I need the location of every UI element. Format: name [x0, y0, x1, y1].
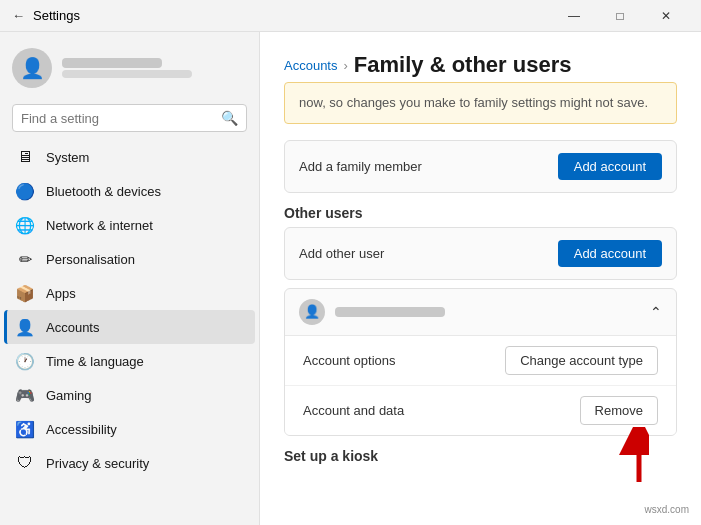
profile-name-blur: [62, 58, 162, 68]
breadcrumb-current: Family & other users: [354, 52, 572, 78]
sidebar-label-privacy: Privacy & security: [46, 456, 149, 471]
remove-button[interactable]: Remove: [580, 396, 658, 425]
add-family-account-button[interactable]: Add account: [558, 153, 662, 180]
sidebar-profile: 👤: [0, 32, 259, 100]
apps-icon: 📦: [16, 284, 34, 302]
sidebar-item-network[interactable]: 🌐 Network & internet: [4, 208, 255, 242]
warning-banner: now, so changes you make to family setti…: [284, 82, 677, 124]
gaming-icon: 🎮: [16, 386, 34, 404]
sidebar-label-bluetooth: Bluetooth & devices: [46, 184, 161, 199]
user-options: Account options Change account type Acco…: [285, 335, 676, 435]
bluetooth-icon: 🔵: [16, 182, 34, 200]
maximize-button[interactable]: □: [597, 0, 643, 32]
title-bar: ← Settings — □ ✕: [0, 0, 701, 32]
time-icon: 🕐: [16, 352, 34, 370]
network-icon: 🌐: [16, 216, 34, 234]
user-name-blur: [335, 307, 445, 317]
title-bar-buttons: — □ ✕: [551, 0, 689, 32]
account-data-label: Account and data: [303, 403, 404, 418]
title-bar-title: Settings: [33, 8, 80, 23]
kiosk-heading: Set up a kiosk: [284, 448, 677, 464]
add-other-user-row: Add other user Add account: [284, 227, 677, 280]
personalisation-icon: ✏: [16, 250, 34, 268]
sidebar-item-apps[interactable]: 📦 Apps: [4, 276, 255, 310]
back-icon[interactable]: ←: [12, 8, 25, 23]
sidebar-item-bluetooth[interactable]: 🔵 Bluetooth & devices: [4, 174, 255, 208]
family-member-row: Add a family member Add account: [284, 140, 677, 193]
sidebar-item-system[interactable]: 🖥 System: [4, 140, 255, 174]
sidebar-label-time: Time & language: [46, 354, 144, 369]
account-data-row: Account and data Remove: [285, 386, 676, 435]
user-account-row: 👤 ⌃ Account options Change account type …: [284, 288, 677, 436]
sidebar-label-apps: Apps: [46, 286, 76, 301]
add-other-user-label: Add other user: [299, 246, 384, 261]
family-member-label: Add a family member: [299, 159, 422, 174]
profile-info: [62, 58, 192, 78]
other-users-heading: Other users: [284, 205, 677, 221]
accessibility-icon: ♿: [16, 420, 34, 438]
sidebar-label-accounts: Accounts: [46, 320, 99, 335]
breadcrumb-arrow: ›: [343, 58, 347, 73]
sidebar-item-accounts[interactable]: 👤 Accounts: [4, 310, 255, 344]
sidebar-item-time[interactable]: 🕐 Time & language: [4, 344, 255, 378]
user-small-icon: 👤: [304, 304, 320, 319]
search-input[interactable]: [21, 111, 213, 126]
add-other-account-button[interactable]: Add account: [558, 240, 662, 267]
chevron-up-icon: ⌃: [650, 304, 662, 320]
breadcrumb-parent[interactable]: Accounts: [284, 58, 337, 73]
sidebar: 👤 🔍 🖥 System 🔵 Bluetooth & devices 🌐 Net…: [0, 32, 260, 525]
sidebar-label-gaming: Gaming: [46, 388, 92, 403]
user-row-header[interactable]: 👤 ⌃: [285, 289, 676, 335]
sidebar-label-network: Network & internet: [46, 218, 153, 233]
sidebar-label-personalisation: Personalisation: [46, 252, 135, 267]
privacy-icon: 🛡: [16, 454, 34, 472]
account-options-label: Account options: [303, 353, 396, 368]
sidebar-item-accessibility[interactable]: ♿ Accessibility: [4, 412, 255, 446]
warning-text: now, so changes you make to family setti…: [299, 95, 648, 110]
minimize-button[interactable]: —: [551, 0, 597, 32]
sidebar-label-accessibility: Accessibility: [46, 422, 117, 437]
sidebar-item-privacy[interactable]: 🛡 Privacy & security: [4, 446, 255, 480]
avatar: 👤: [12, 48, 52, 88]
sidebar-item-gaming[interactable]: 🎮 Gaming: [4, 378, 255, 412]
accounts-icon: 👤: [16, 318, 34, 336]
search-box[interactable]: 🔍: [12, 104, 247, 132]
profile-email-blur: [62, 70, 192, 78]
watermark: wsxd.com: [641, 502, 693, 517]
sidebar-item-personalisation[interactable]: ✏ Personalisation: [4, 242, 255, 276]
account-options-row: Account options Change account type: [285, 336, 676, 386]
user-avatar-small: 👤: [299, 299, 325, 325]
close-button[interactable]: ✕: [643, 0, 689, 32]
system-icon: 🖥: [16, 148, 34, 166]
change-account-type-button[interactable]: Change account type: [505, 346, 658, 375]
search-icon: 🔍: [221, 110, 238, 126]
main-content: Accounts › Family & other users now, so …: [260, 32, 701, 525]
user-icon: 👤: [20, 56, 45, 80]
user-row-left: 👤: [299, 299, 445, 325]
app-body: 👤 🔍 🖥 System 🔵 Bluetooth & devices 🌐 Net…: [0, 32, 701, 525]
kiosk-section: Set up a kiosk: [284, 448, 677, 464]
breadcrumb: Accounts › Family & other users: [284, 52, 677, 78]
sidebar-label-system: System: [46, 150, 89, 165]
